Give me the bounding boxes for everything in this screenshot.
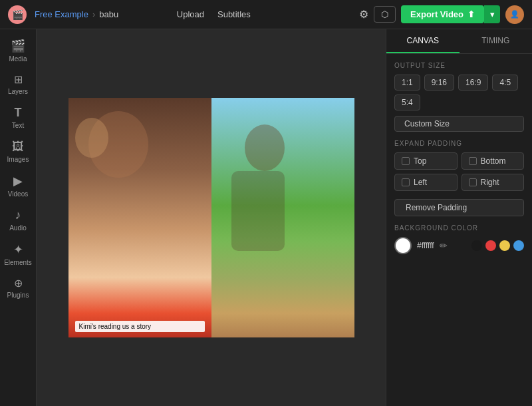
right-panel: CANVAS TIMING OUTPUT SIZE 1:1 9:16 16:9 … — [386, 29, 532, 406]
color-dot-red[interactable] — [485, 240, 496, 251]
padding-right-button[interactable]: Right — [462, 174, 525, 191]
color-dots — [471, 240, 524, 251]
sidebar-label-images: Images — [7, 156, 29, 163]
video-preview: Kimi's reading us a story — [68, 98, 354, 337]
text-icon: T — [15, 106, 22, 120]
padding-left-button[interactable]: Left — [394, 174, 458, 191]
size-1-1[interactable]: 1:1 — [394, 75, 420, 91]
size-5-4[interactable]: 5:4 — [394, 95, 420, 110]
right-label: Right — [481, 178, 499, 187]
top-checkbox — [402, 157, 410, 165]
videos-icon: ▶ — [13, 174, 23, 188]
project-name[interactable]: Free Example — [35, 9, 88, 19]
sidebar-label-videos: Videos — [8, 190, 28, 198]
app-logo: 🎬 — [8, 5, 27, 24]
top-label: Top — [414, 156, 426, 166]
size-buttons: 1:1 9:16 16:9 4:5 5:4 — [394, 75, 524, 110]
sidebar-item-media[interactable]: 🎬 Media — [2, 35, 34, 67]
expand-padding-grid: Top Bottom Left Right — [394, 152, 524, 191]
tab-canvas[interactable]: CANVAS — [386, 29, 460, 53]
white-swatch[interactable] — [394, 237, 412, 254]
output-size-label: OUTPUT SIZE — [394, 62, 524, 69]
bottom-label: Bottom — [481, 156, 506, 166]
breadcrumb: Free Example › babu — [35, 9, 118, 19]
sidebar-label-media: Media — [9, 55, 27, 63]
bottom-checkbox — [469, 157, 477, 165]
custom-size-button[interactable]: Custom Size — [394, 116, 524, 132]
topbar-center-nav: Upload Subtitles — [177, 9, 251, 19]
export-label: Export Video — [410, 9, 464, 19]
sidebar-item-text[interactable]: T Text — [2, 102, 34, 133]
share-icon: ⬡ — [381, 9, 388, 19]
bg-color-label: BACKGROUND COLOR — [394, 224, 524, 232]
sidebar: 🎬 Media ⊞ Layers T Text 🖼 Images ▶ Video… — [0, 29, 37, 406]
sidebar-item-plugins[interactable]: ⊕ Plugins — [2, 273, 34, 303]
sidebar-item-audio[interactable]: ♪ Audio — [2, 204, 34, 236]
color-picker-icon[interactable]: ✏ — [440, 240, 448, 251]
sidebar-label-audio: Audio — [9, 224, 27, 232]
size-4-5[interactable]: 4:5 — [492, 75, 518, 91]
media-icon: 🎬 — [11, 39, 25, 53]
upload-link[interactable]: Upload — [177, 9, 204, 19]
left-checkbox — [402, 178, 410, 186]
left-label: Left — [414, 178, 427, 187]
color-dot-blue[interactable] — [513, 240, 524, 251]
padding-top-button[interactable]: Top — [394, 152, 458, 170]
expand-padding-label: EXPAND PADDING — [394, 140, 524, 147]
sidebar-label-plugins: Plugins — [7, 292, 29, 299]
breadcrumb-separator: › — [92, 9, 95, 19]
export-icon: ⬆ — [467, 9, 475, 19]
video-right-panel — [211, 98, 354, 337]
padding-bottom-button[interactable]: Bottom — [462, 152, 525, 170]
remove-padding-button[interactable]: Remove Padding — [394, 199, 524, 216]
right-checkbox — [469, 178, 477, 186]
hex-display: #ffffff — [417, 241, 434, 250]
size-9-16[interactable]: 9:16 — [424, 75, 454, 91]
sidebar-label-elements: Elements — [4, 259, 32, 266]
export-group: Export Video ⬆ ▾ — [401, 5, 500, 23]
remove-padding-label: Remove Padding — [406, 203, 467, 212]
layers-icon: ⊞ — [14, 73, 23, 86]
elements-icon: ✦ — [13, 242, 23, 257]
sidebar-label-layers: Layers — [8, 88, 28, 95]
color-dot-yellow[interactable] — [499, 240, 510, 251]
export-dropdown-button[interactable]: ▾ — [484, 5, 500, 23]
sidebar-item-layers[interactable]: ⊞ Layers — [2, 69, 34, 99]
color-row: #ffffff ✏ — [394, 237, 524, 254]
panel-tabs: CANVAS TIMING — [386, 29, 532, 54]
share-button[interactable]: ⬡ — [374, 6, 396, 23]
user-avatar[interactable]: 👤 — [505, 5, 524, 24]
topbar: 🎬 Free Example › babu Upload Subtitles ⚙… — [0, 0, 532, 29]
export-button[interactable]: Export Video ⬆ — [401, 5, 484, 23]
subtitles-link[interactable]: Subtitles — [217, 9, 251, 19]
audio-icon: ♪ — [15, 208, 21, 222]
subtitle-bar: Kimi's reading us a story — [75, 321, 205, 332]
images-icon: 🖼 — [12, 140, 24, 154]
canvas-area: Kimi's reading us a story — [37, 29, 386, 406]
tab-timing[interactable]: TIMING — [460, 29, 533, 53]
settings-button[interactable]: ⚙ — [359, 8, 368, 21]
topbar-actions: ⚙ ⬡ Export Video ⬆ ▾ 👤 — [359, 5, 524, 24]
file-name: babu — [99, 9, 118, 19]
panel-content: OUTPUT SIZE 1:1 9:16 16:9 4:5 5:4 Custom… — [386, 54, 532, 406]
plugins-icon: ⊕ — [14, 277, 23, 290]
sidebar-item-images[interactable]: 🖼 Images — [2, 136, 34, 167]
sidebar-label-text: Text — [12, 122, 24, 129]
main-layout: 🎬 Media ⊞ Layers T Text 🖼 Images ▶ Video… — [0, 29, 532, 406]
video-left-panel: Kimi's reading us a story — [68, 98, 211, 337]
size-16-9[interactable]: 16:9 — [458, 75, 488, 91]
color-dot-black[interactable] — [471, 240, 482, 251]
sidebar-item-elements[interactable]: ✦ Elements — [2, 238, 34, 270]
sidebar-item-videos[interactable]: ▶ Videos — [2, 170, 34, 202]
